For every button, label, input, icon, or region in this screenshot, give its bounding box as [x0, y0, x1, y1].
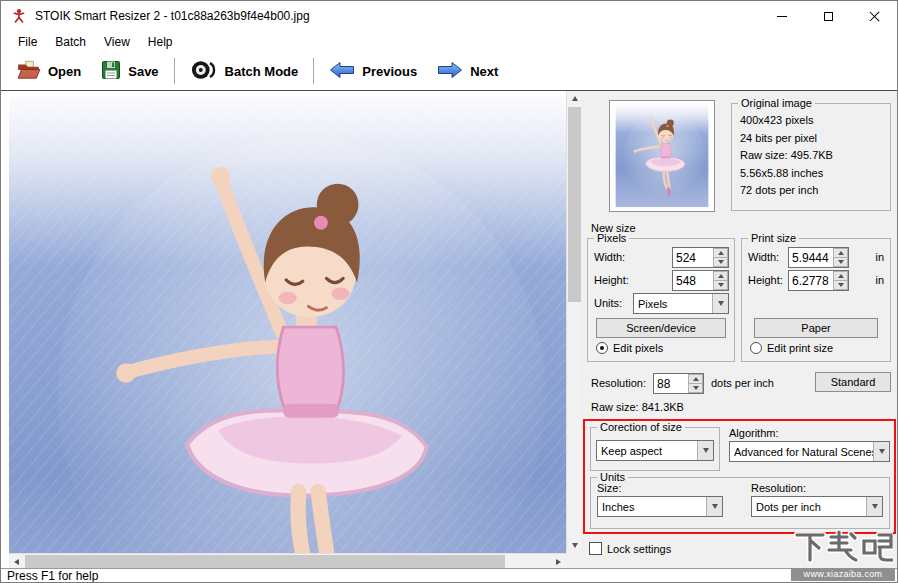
paper-label: Paper: [801, 322, 830, 334]
pixels-group: Pixels Width: Height: Units: Pixels: [587, 238, 735, 362]
pixel-units-combo[interactable]: Pixels: [633, 293, 729, 314]
pixel-width-input[interactable]: [673, 248, 713, 267]
minimize-icon: [777, 16, 787, 17]
watermark-logo: [793, 528, 893, 564]
settings-panel: Original image 400x423 pixels 24 bits pe…: [581, 91, 898, 568]
minimize-button[interactable]: [759, 1, 805, 31]
print-height-spinner[interactable]: [788, 270, 849, 291]
previous-label: Previous: [362, 64, 417, 79]
status-bar: Press F1 for help: [1, 568, 897, 583]
correction-combo[interactable]: Keep aspect: [596, 440, 714, 461]
spin-up-icon[interactable]: [713, 271, 728, 281]
print-size-group: Print size Width: in Height: in Pap: [741, 238, 891, 362]
chevron-down-icon[interactable]: [697, 441, 713, 460]
batch-mode-reel-icon: [190, 59, 218, 84]
pixel-height-spinner[interactable]: [672, 270, 729, 291]
standard-button[interactable]: Standard: [815, 372, 891, 392]
original-resolution: 72 dots per inch: [740, 182, 833, 200]
menu-help[interactable]: Help: [139, 33, 182, 51]
window-title: STOIK Smart Resizer 2 - t01c88a263b9f4e4…: [35, 9, 310, 23]
chevron-down-icon[interactable]: [712, 294, 728, 313]
ballerina-thumbnail: [614, 105, 710, 207]
algorithm-value: Advanced for Natural Scenes: [730, 442, 873, 461]
spin-down-icon[interactable]: [833, 281, 848, 290]
edit-print-size-radio[interactable]: Edit print size: [750, 342, 833, 354]
original-image-group: Original image 400x423 pixels 24 bits pe…: [731, 103, 891, 211]
ballerina-illustration: [9, 96, 566, 553]
original-print-size: 5.56x5.88 inches: [740, 165, 833, 183]
spin-up-icon[interactable]: [713, 248, 728, 258]
pixel-height-input[interactable]: [673, 271, 713, 290]
checkbox-icon: [589, 542, 602, 555]
watermark-url: www.xiazaiba.com: [791, 568, 895, 581]
spin-down-icon[interactable]: [713, 258, 728, 267]
scroll-up-icon[interactable]: [567, 91, 582, 106]
print-width-input[interactable]: [789, 248, 833, 267]
spin-down-icon[interactable]: [713, 281, 728, 290]
chevron-down-icon[interactable]: [866, 497, 882, 516]
print-height-label: Height:: [748, 274, 783, 286]
units-group: Units Size: Inches Resolution: Dots per …: [590, 477, 890, 529]
algorithm-label: Algorithm:: [729, 427, 779, 439]
save-button[interactable]: Save: [91, 56, 168, 87]
next-button[interactable]: Next: [427, 57, 508, 86]
resolution-spinner[interactable]: [653, 373, 704, 394]
spin-down-icon[interactable]: [688, 384, 703, 393]
save-label: Save: [128, 64, 158, 79]
scroll-down-icon[interactable]: [567, 538, 582, 553]
scroll-right-icon[interactable]: [551, 554, 566, 569]
screen-device-button[interactable]: Screen/device: [596, 318, 726, 338]
scroll-left-icon[interactable]: [9, 554, 24, 569]
pixel-width-spinner[interactable]: [672, 247, 729, 268]
print-width-spinner[interactable]: [788, 247, 849, 268]
save-floppy-icon: [101, 60, 121, 83]
spin-up-icon[interactable]: [833, 271, 848, 281]
correction-group: Corection of size Keep aspect: [590, 427, 720, 471]
batch-mode-label: Batch Mode: [225, 64, 299, 79]
print-width-label: Width:: [748, 251, 779, 263]
spin-up-icon[interactable]: [833, 248, 848, 258]
horizontal-scroll-thumb[interactable]: [25, 555, 505, 568]
chevron-down-icon[interactable]: [706, 497, 722, 516]
arrow-left-icon: [329, 61, 355, 82]
print-height-input[interactable]: [789, 271, 833, 290]
edit-pixels-radio[interactable]: Edit pixels: [596, 342, 663, 354]
correction-highlight-box: Corection of size Keep aspect Algorithm:…: [583, 419, 896, 534]
open-label: Open: [48, 64, 81, 79]
toolbar-separator: [174, 58, 175, 84]
resolution-units-combo[interactable]: Dots per inch: [751, 496, 883, 517]
size-units-value: Inches: [598, 497, 706, 516]
horizontal-scrollbar[interactable]: [9, 553, 566, 568]
correction-group-title: Corection of size: [597, 421, 685, 433]
batch-mode-button[interactable]: Batch Mode: [180, 55, 309, 88]
resolution-unit-label: dots per inch: [711, 377, 774, 389]
vertical-scroll-thumb[interactable]: [568, 107, 581, 302]
open-button[interactable]: Open: [7, 56, 91, 87]
maximize-button[interactable]: [805, 1, 851, 31]
pixel-width-label: Width:: [594, 251, 625, 263]
size-units-combo[interactable]: Inches: [597, 496, 723, 517]
menu-file[interactable]: File: [9, 33, 46, 51]
maximize-icon: [824, 12, 833, 21]
algorithm-combo[interactable]: Advanced for Natural Scenes: [729, 441, 890, 462]
spin-down-icon[interactable]: [833, 258, 848, 267]
close-icon: [869, 11, 880, 22]
resolution-units-value: Dots per inch: [752, 497, 866, 516]
pixels-group-title: Pixels: [594, 232, 629, 244]
paper-button[interactable]: Paper: [754, 318, 878, 338]
lock-settings-checkbox[interactable]: Lock settings: [589, 542, 671, 555]
previous-button[interactable]: Previous: [319, 57, 427, 86]
chevron-down-icon[interactable]: [873, 442, 889, 461]
resolution-input[interactable]: [654, 374, 688, 393]
vertical-scrollbar[interactable]: [566, 91, 581, 553]
spin-up-icon[interactable]: [688, 374, 703, 384]
resolution-units-label: Resolution:: [751, 482, 806, 494]
app-window: STOIK Smart Resizer 2 - t01c88a263b9f4e4…: [0, 0, 898, 583]
menu-bar: File Batch View Help: [1, 31, 897, 52]
menu-view[interactable]: View: [95, 33, 139, 51]
size-label: Size:: [597, 482, 621, 494]
close-button[interactable]: [851, 1, 897, 31]
pixel-units-value: Pixels: [634, 294, 712, 313]
menu-batch[interactable]: Batch: [46, 33, 95, 51]
print-height-unit: in: [875, 274, 884, 286]
